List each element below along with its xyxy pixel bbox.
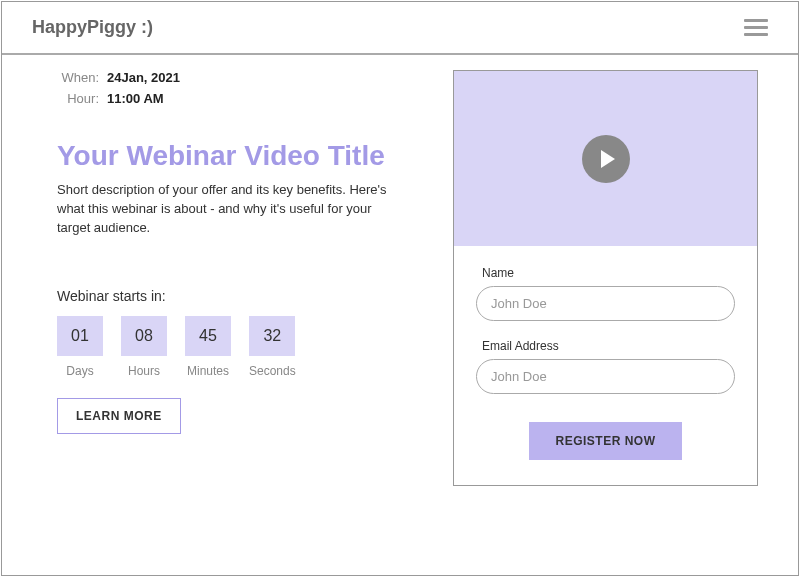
when-value: 24Jan, 2021 (107, 70, 180, 85)
webinar-description: Short description of your offer and its … (57, 181, 387, 238)
countdown-label: Webinar starts in: (57, 288, 418, 304)
countdown-seconds-value: 32 (249, 316, 295, 356)
brand-logo: HappyPiggy :) (32, 17, 153, 38)
content: When: 24Jan, 2021 Hour: 11:00 AM Your We… (2, 55, 798, 506)
play-icon[interactable] (582, 135, 630, 183)
name-field[interactable] (476, 286, 735, 321)
hour-row: Hour: 11:00 AM (57, 91, 418, 106)
right-column: Name Email Address REGISTER NOW (453, 70, 758, 486)
left-column: When: 24Jan, 2021 Hour: 11:00 AM Your We… (57, 70, 418, 486)
countdown-minutes: 45 Minutes (185, 316, 231, 378)
register-button[interactable]: REGISTER NOW (529, 422, 681, 460)
name-label: Name (482, 266, 735, 280)
countdown-seconds-unit: Seconds (249, 364, 296, 378)
video-preview (454, 71, 757, 246)
countdown-seconds: 32 Seconds (249, 316, 296, 378)
hamburger-menu-icon[interactable] (744, 19, 768, 36)
countdown: 01 Days 08 Hours 45 Minutes 32 Seconds (57, 316, 418, 378)
header: HappyPiggy :) (2, 2, 798, 55)
learn-more-button[interactable]: LEARN MORE (57, 398, 181, 434)
register-form: Name Email Address REGISTER NOW (454, 246, 757, 485)
signup-panel: Name Email Address REGISTER NOW (453, 70, 758, 486)
countdown-hours: 08 Hours (121, 316, 167, 378)
countdown-minutes-unit: Minutes (187, 364, 229, 378)
countdown-minutes-value: 45 (185, 316, 231, 356)
countdown-hours-value: 08 (121, 316, 167, 356)
page-frame: HappyPiggy :) When: 24Jan, 2021 Hour: 11… (1, 1, 799, 576)
countdown-days-unit: Days (66, 364, 93, 378)
countdown-days: 01 Days (57, 316, 103, 378)
webinar-title: Your Webinar Video Title (57, 138, 418, 173)
countdown-hours-unit: Hours (128, 364, 160, 378)
hour-value: 11:00 AM (107, 91, 164, 106)
countdown-days-value: 01 (57, 316, 103, 356)
when-label: When: (57, 70, 99, 85)
when-row: When: 24Jan, 2021 (57, 70, 418, 85)
hour-label: Hour: (57, 91, 99, 106)
email-label: Email Address (482, 339, 735, 353)
email-field[interactable] (476, 359, 735, 394)
